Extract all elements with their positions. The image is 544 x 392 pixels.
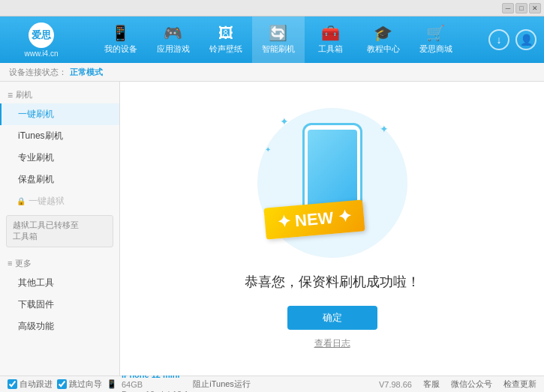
my-device-icon: 📱: [111, 25, 130, 40]
sidebar-item-download-firmware[interactable]: 下载固件: [0, 294, 119, 316]
nav-items: 📱 我的设备 🎮 应用游戏 🖼 铃声壁纸 🔄 智能刷机 🧰 工具箱 🎓 教程中心…: [75, 16, 481, 63]
mall-label: 爱思商城: [419, 43, 452, 55]
more-section-icon: ≡: [8, 259, 12, 268]
flash-section-icon: ≡: [8, 90, 13, 100]
customer-service-link[interactable]: 客服: [423, 379, 440, 390]
status-bar: 设备连接状态： 正常模式: [0, 63, 544, 82]
advanced-label: 高级功能: [18, 321, 54, 331]
sidebar-item-itunes-flash[interactable]: iTunes刷机: [0, 125, 119, 147]
success-message: 恭喜您，保资料刷机成功啦！: [245, 273, 420, 291]
top-nav: 爱思 www.i4.cn 📱 我的设备 🎮 应用游戏 🖼 铃声壁纸 🔄 智能刷机…: [0, 16, 544, 63]
sidebar-section-more: ≡ 更多: [0, 253, 119, 272]
flash-section-label: 刷机: [16, 89, 32, 100]
close-button[interactable]: ✕: [529, 3, 541, 13]
skip-wizard-checkbox[interactable]: [57, 379, 67, 389]
stop-itunes-label: 阻止iTunes运行: [193, 379, 251, 390]
bottom-right: V7.98.66 客服 微信公众号 检查更新: [379, 379, 536, 390]
more-section-label: 更多: [15, 258, 32, 269]
download-firmware-label: 下载固件: [18, 299, 54, 310]
download-button[interactable]: ↓: [488, 29, 509, 50]
phone-screen: [308, 130, 357, 209]
sidebar-item-save-flash[interactable]: 保盘刷机: [0, 169, 119, 190]
auto-follow-checkbox[interactable]: [8, 379, 17, 389]
sidebar-item-one-click-flash[interactable]: 一键刷机: [0, 103, 119, 125]
toolbox-label: 工具箱: [318, 43, 343, 55]
device-storage: 64GB: [122, 380, 188, 389]
itunes-flash-label: iTunes刷机: [18, 130, 63, 141]
save-flash-label: 保盘刷机: [18, 174, 54, 184]
version-label: V7.98.66: [379, 380, 412, 389]
device-system: Down-12mini-13,1: [122, 390, 188, 393]
auto-follow-checkbox-label[interactable]: 自动跟进: [8, 379, 53, 390]
nav-tutorial[interactable]: 🎓 教程中心: [357, 16, 410, 63]
main-area: ≡ 刷机 一键刷机 iTunes刷机 专业刷机 保盘刷机 🔒 一键越狱 越狱工具…: [0, 82, 544, 376]
jailbreak-label: 一键越狱: [29, 195, 65, 208]
title-bar: ─ □ ✕: [0, 0, 544, 16]
one-click-flash-label: 一键刷机: [18, 109, 54, 119]
sparkle-icon-3: ✦: [265, 145, 271, 154]
sidebar-item-advanced[interactable]: 高级功能: [0, 316, 119, 337]
sidebar-item-pro-flash[interactable]: 专业刷机: [0, 147, 119, 169]
check-update-link[interactable]: 检查更新: [503, 379, 536, 390]
nav-mall[interactable]: 🛒 爱思商城: [410, 16, 462, 63]
confirm-button[interactable]: 确定: [287, 306, 377, 330]
user-button[interactable]: 👤: [515, 29, 536, 50]
nav-toolbox[interactable]: 🧰 工具箱: [305, 16, 357, 63]
nav-smart-flash[interactable]: 🔄 智能刷机: [252, 16, 305, 63]
sidebar-note: 越狱工具已转移至工具箱: [6, 215, 113, 247]
bottom-bar: 自动跟进 跳过向导 📱 iPhone 12 mini 64GB Down-12m…: [0, 376, 544, 392]
logo[interactable]: 爱思 www.i4.cn: [8, 22, 75, 58]
maximize-button[interactable]: □: [515, 3, 527, 13]
sidebar-item-other-tools[interactable]: 其他工具: [0, 272, 119, 294]
sidebar-note-text: 越狱工具已转移至工具箱: [13, 220, 79, 241]
toolbox-icon: 🧰: [321, 25, 340, 40]
daily-log-link[interactable]: 查看日志: [314, 337, 350, 350]
nav-my-device[interactable]: 📱 我的设备: [95, 16, 147, 63]
wallpaper-label: 铃声壁纸: [209, 43, 242, 55]
apps-icon: 🎮: [164, 25, 182, 40]
nav-right: ↓ 👤: [488, 29, 536, 50]
nav-apps[interactable]: 🎮 应用游戏: [147, 16, 200, 63]
logo-subtext: www.i4.cn: [24, 49, 58, 58]
sparkle-icon-2: ✦: [380, 123, 389, 135]
tutorial-label: 教程中心: [367, 43, 400, 55]
nav-wallpaper[interactable]: 🖼 铃声壁纸: [200, 16, 252, 63]
device-section: 📱: [107, 379, 117, 389]
mall-icon: 🛒: [426, 25, 445, 40]
sidebar-item-jailbreak: 🔒 一键越狱: [0, 190, 119, 212]
device-icon: 📱: [107, 379, 117, 389]
wechat-link[interactable]: 微信公众号: [451, 379, 492, 390]
status-value: 正常模式: [70, 67, 103, 78]
logo-icon: 爱思: [29, 22, 54, 48]
sidebar: ≡ 刷机 一键刷机 iTunes刷机 专业刷机 保盘刷机 🔒 一键越狱 越狱工具…: [0, 82, 120, 376]
tutorial-icon: 🎓: [374, 25, 392, 40]
apps-label: 应用游戏: [157, 43, 190, 55]
sparkle-icon-1: ✦: [280, 115, 289, 127]
pro-flash-label: 专业刷机: [18, 152, 54, 163]
content-area: ✦ ✦ ✦ ✦ NEW ✦ 恭喜您，保资料刷机成功啦！ 确定 查看日志: [120, 82, 544, 376]
lock-icon: 🔒: [17, 197, 26, 205]
phone-illustration: ✦ ✦ ✦ ✦ NEW ✦: [257, 108, 407, 258]
wallpaper-icon: 🖼: [218, 25, 233, 40]
skip-wizard-checkbox-label[interactable]: 跳过向导: [57, 379, 102, 390]
skip-wizard-label: 跳过向导: [69, 379, 102, 390]
smart-flash-icon: 🔄: [269, 25, 287, 40]
sidebar-section-flash: ≡ 刷机: [0, 85, 119, 103]
my-device-label: 我的设备: [104, 43, 137, 55]
smart-flash-label: 智能刷机: [262, 43, 295, 55]
minimize-button[interactable]: ─: [502, 3, 514, 13]
auto-follow-label: 自动跟进: [20, 379, 53, 390]
other-tools-label: 其他工具: [18, 277, 54, 288]
status-label: 设备连接状态：: [9, 67, 67, 78]
